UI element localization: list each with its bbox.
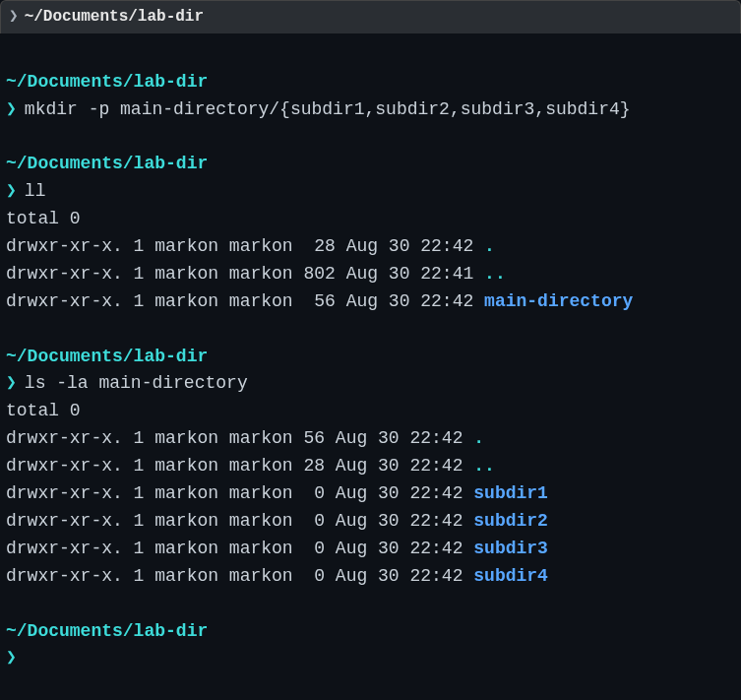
cwd-line: ~/Documents/lab-dir	[6, 344, 735, 371]
output-text: drwxr-xr-x. 1 markon markon 28 Aug 30 22…	[6, 233, 484, 261]
output-line: drwxr-xr-x. 1 markon markon 0 Aug 30 22:…	[6, 563, 735, 591]
output-text: drwxr-xr-x. 1 markon markon 0 Aug 30 22:…	[6, 536, 473, 563]
output-line: drwxr-xr-x. 1 markon markon 56 Aug 30 22…	[6, 425, 735, 453]
output-line: drwxr-xr-x. 1 markon markon 0 Aug 30 22:…	[6, 480, 735, 508]
output-text: total 0	[6, 206, 81, 233]
prompt-line[interactable]: ❯ll	[6, 178, 735, 206]
blank-line	[6, 41, 735, 69]
prompt-symbol-icon: ❯	[6, 178, 17, 206]
blank-line	[6, 316, 735, 344]
output-line: drwxr-xr-x. 1 markon markon 0 Aug 30 22:…	[6, 508, 735, 536]
output-text: drwxr-xr-x. 1 markon markon 802 Aug 30 2…	[6, 261, 484, 288]
directory-name: subdir2	[473, 508, 548, 536]
command-text: ls -la main-directory	[25, 370, 248, 398]
output-line: total 0	[6, 206, 735, 233]
command-text: mkdir -p main-directory/{subdir1,subdir2…	[25, 96, 631, 124]
output-text: drwxr-xr-x. 1 markon markon 56 Aug 30 22…	[6, 425, 473, 453]
dot-entry: .	[484, 233, 495, 261]
prompt-symbol-icon: ❯	[6, 645, 17, 672]
dot-entry: ..	[484, 261, 506, 288]
dot-entry: .	[473, 425, 484, 453]
output-text: drwxr-xr-x. 1 markon markon 28 Aug 30 22…	[6, 453, 473, 480]
output-text: drwxr-xr-x. 1 markon markon 56 Aug 30 22…	[6, 288, 484, 316]
directory-name: main-directory	[484, 288, 633, 316]
output-line: drwxr-xr-x. 1 markon markon 56 Aug 30 22…	[6, 288, 735, 316]
prompt-symbol-icon: ❯	[6, 370, 17, 398]
terminal-viewport[interactable]: ~/Documents/lab-dir❯mkdir -p main-direct…	[0, 33, 741, 680]
directory-name: subdir1	[473, 480, 548, 508]
output-text: drwxr-xr-x. 1 markon markon 0 Aug 30 22:…	[6, 480, 473, 508]
prompt-line[interactable]: ❯ls -la main-directory	[6, 370, 735, 398]
blank-line	[6, 591, 735, 618]
titlebar-prompt-icon: ❯	[9, 5, 19, 30]
output-line: drwxr-xr-x. 1 markon markon 28 Aug 30 22…	[6, 233, 735, 261]
directory-name: subdir3	[473, 536, 548, 563]
output-text: total 0	[6, 398, 81, 425]
directory-name: subdir4	[473, 563, 548, 591]
prompt-symbol-icon: ❯	[6, 96, 17, 124]
output-text: drwxr-xr-x. 1 markon markon 0 Aug 30 22:…	[6, 508, 473, 536]
output-text: drwxr-xr-x. 1 markon markon 0 Aug 30 22:…	[6, 563, 473, 591]
window-titlebar: ❯ ~/Documents/lab-dir	[0, 0, 741, 33]
output-line: drwxr-xr-x. 1 markon markon 802 Aug 30 2…	[6, 261, 735, 288]
output-line: drwxr-xr-x. 1 markon markon 28 Aug 30 22…	[6, 453, 735, 480]
cwd-line: ~/Documents/lab-dir	[6, 69, 735, 96]
cwd-line: ~/Documents/lab-dir	[6, 151, 735, 178]
output-line: total 0	[6, 398, 735, 425]
prompt-line[interactable]: ❯	[6, 645, 735, 672]
dot-entry: ..	[473, 453, 495, 480]
command-text: ll	[25, 178, 46, 206]
output-line: drwxr-xr-x. 1 markon markon 0 Aug 30 22:…	[6, 536, 735, 563]
titlebar-path: ~/Documents/lab-dir	[25, 5, 204, 30]
cwd-line: ~/Documents/lab-dir	[6, 618, 735, 646]
blank-line	[6, 123, 735, 151]
prompt-line[interactable]: ❯mkdir -p main-directory/{subdir1,subdir…	[6, 96, 735, 124]
